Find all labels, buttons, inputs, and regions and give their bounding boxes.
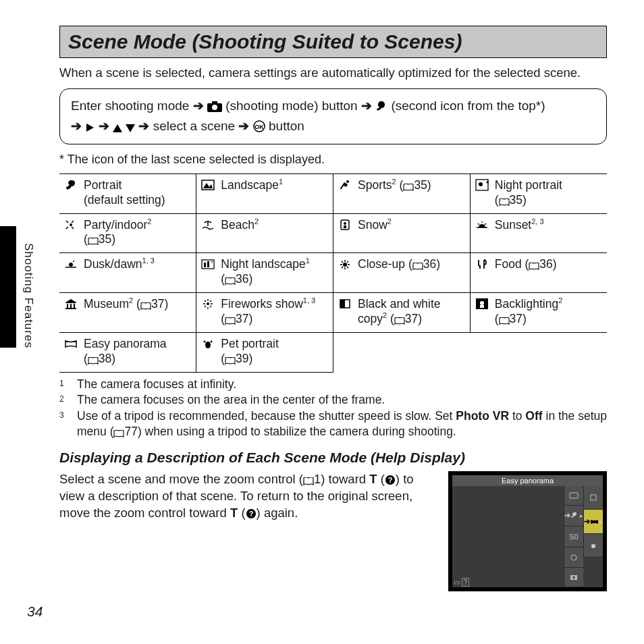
t-glyph: T <box>230 506 238 520</box>
nav-text-4: select a scene <box>153 119 239 133</box>
svg-rect-41 <box>570 493 578 498</box>
footnote: 1The camera focuses at infinity. <box>59 377 607 393</box>
svg-point-44 <box>572 576 575 579</box>
svg-rect-27 <box>74 304 75 308</box>
scene-table: Portrait(default setting)Landscape1Sport… <box>59 173 607 373</box>
scene-cell: ★Night portrait(35) <box>470 173 607 213</box>
svg-point-12 <box>479 182 483 186</box>
arrow-icon <box>361 99 372 113</box>
landscape-icon <box>200 178 215 192</box>
scene-cell: Sports2 (35) <box>333 173 471 213</box>
scene-cell: Snow2 <box>333 213 471 253</box>
scene-cell <box>333 332 471 372</box>
svg-rect-31 <box>340 300 345 308</box>
svg-text:?: ? <box>387 476 392 484</box>
food-icon <box>475 257 489 271</box>
fireworks-icon <box>200 297 215 311</box>
night-landscape-icon <box>200 257 215 271</box>
scene-label: Backlighting2(37) <box>495 297 563 327</box>
help-t6: ) again. <box>257 506 298 520</box>
lcd-icon-smile <box>564 547 583 568</box>
scene-label: Party/indoor2(35) <box>84 218 151 248</box>
beach-icon <box>200 218 215 232</box>
scene-cell: Museum2 (37) <box>59 293 196 333</box>
lcd-preview: Easy panorama S0 <box>448 471 607 591</box>
svg-rect-34 <box>480 305 484 308</box>
help-t1: Select a scene and move the zoom control… <box>59 472 303 486</box>
arrow-icon <box>138 119 149 133</box>
help-text: Select a scene and move the zoom control… <box>59 471 436 522</box>
down-triangle-icon <box>126 124 135 132</box>
help-icon: ? <box>246 508 257 519</box>
scene-label: Dusk/dawn1, 3 <box>84 257 155 272</box>
pet-icon <box>200 337 215 350</box>
arrow-icon <box>99 119 109 133</box>
svg-rect-25 <box>67 304 68 308</box>
footnote: 2The camera focuses on the area in the c… <box>59 392 607 408</box>
asterisk-note: * The icon of the last scene selected is… <box>59 153 607 167</box>
svg-rect-21 <box>204 263 206 267</box>
sunset-icon <box>475 218 489 232</box>
camera-icon <box>207 101 222 112</box>
scene-label: Easy panorama(38) <box>84 337 167 367</box>
subheading: Displaying a Description of Each Scene M… <box>59 450 607 466</box>
svg-rect-28 <box>65 308 76 309</box>
scene-label: Black and whitecopy2 (37) <box>358 297 441 327</box>
page-title: Scene Mode (Shooting Suited to Scenes) <box>59 26 607 58</box>
scene-label: Night landscape1(36) <box>221 257 310 287</box>
scene-label: Pet portrait(39) <box>221 337 279 367</box>
svg-rect-26 <box>70 304 72 308</box>
side-section-label: Shooting Features <box>22 243 35 348</box>
svg-point-35 <box>204 340 206 342</box>
scene-cell: Portrait(default setting) <box>59 173 196 213</box>
svg-point-36 <box>211 340 213 342</box>
scene-cell: Backlighting2(37) <box>470 293 607 333</box>
lcd-icon-panorama-selected <box>583 510 603 534</box>
night-portrait-icon: ★ <box>475 178 489 192</box>
bw-copy-icon <box>338 297 352 311</box>
lcd-empty <box>583 558 603 572</box>
svg-marker-5 <box>126 124 135 132</box>
help-ref1: 1 <box>314 472 321 486</box>
backlight-icon <box>475 297 489 311</box>
svg-point-42 <box>571 555 576 560</box>
svg-point-19 <box>73 261 74 262</box>
scene-label: Sunset2, 3 <box>495 218 544 233</box>
scene-label: Snow2 <box>358 218 392 233</box>
svg-rect-17 <box>344 225 346 228</box>
svg-point-24 <box>343 263 347 267</box>
svg-marker-3 <box>86 124 94 132</box>
lcd-icon-auto <box>564 486 583 506</box>
lcd-icon-camera <box>564 568 583 587</box>
scene-label: Sports2 (35) <box>358 178 431 193</box>
scene-cell: Fireworks show1, 3(37) <box>196 293 333 333</box>
svg-point-10 <box>346 180 349 183</box>
sports-icon <box>338 178 352 192</box>
scene-cell: Sunset2, 3 <box>470 213 607 253</box>
scene-cell: Landscape1 <box>196 173 333 213</box>
lcd-icon-pet <box>583 534 603 558</box>
scene-label: Night portrait(35) <box>495 178 562 208</box>
t-glyph: T <box>369 472 377 486</box>
svg-text:★: ★ <box>485 180 489 184</box>
nav-text-5: button <box>269 119 304 133</box>
ok-button-icon: OK <box>253 120 265 132</box>
snow-icon <box>338 218 352 232</box>
footnotes: 1The camera focuses at infinity.2The cam… <box>59 377 607 441</box>
lcd-title: Easy panorama <box>452 475 603 486</box>
navigation-path-box: Enter shooting mode (shooting mode) butt… <box>59 88 607 144</box>
svg-text:?: ? <box>248 510 253 518</box>
scene-cell <box>470 332 607 372</box>
footnote: 3Use of a tripod is recommended, because… <box>59 408 607 440</box>
scene-label: Fireworks show1, 3(37) <box>221 297 315 327</box>
panorama-icon <box>63 337 78 350</box>
nav-text-3: (second icon from the top*) <box>391 99 545 113</box>
lcd-icon-backlight <box>583 486 603 510</box>
side-tab <box>0 226 16 348</box>
svg-point-23 <box>211 261 213 263</box>
scene-label: Landscape1 <box>221 178 283 193</box>
lcd-icon-so: S0 <box>564 527 583 547</box>
scene-cell: Night landscape1(36) <box>196 253 333 293</box>
closeup-icon <box>338 257 352 271</box>
svg-text:OK: OK <box>254 124 264 130</box>
